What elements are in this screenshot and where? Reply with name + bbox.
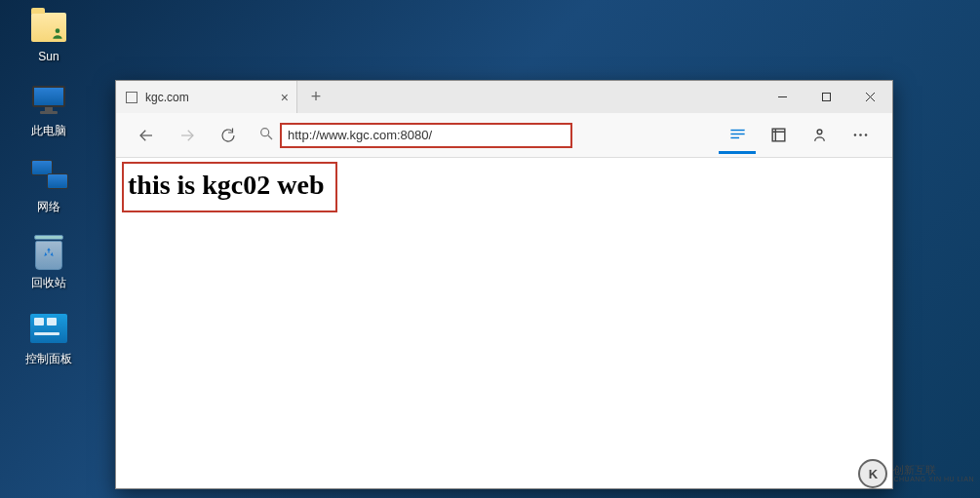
svg-point-0: [56, 28, 60, 33]
browser-window: kgc.com × +: [115, 80, 893, 489]
page-content: this is kgc02 web: [116, 158, 892, 488]
more-button[interactable]: [842, 117, 879, 154]
nav-bar: [116, 113, 892, 158]
address-bar-zone: [258, 123, 705, 148]
svg-line-8: [268, 135, 272, 139]
desktop-item-label: Sun: [38, 50, 59, 63]
svg-rect-2: [823, 94, 831, 101]
svg-point-15: [859, 134, 862, 136]
svg-point-13: [817, 130, 822, 134]
content-highlight: this is kgc02 web: [122, 162, 337, 212]
back-button[interactable]: [130, 119, 163, 152]
tab-title: kgc.com: [145, 91, 273, 104]
toolbar-right: [719, 117, 879, 154]
maximize-button[interactable]: [804, 81, 848, 113]
desktop-network[interactable]: 网络: [15, 157, 83, 215]
desktop-item-label: 网络: [37, 199, 60, 215]
desktop-this-pc[interactable]: 此电脑: [15, 81, 83, 139]
close-tab-icon[interactable]: ×: [281, 91, 289, 104]
svg-point-14: [853, 134, 856, 136]
recycle-bin-icon: [29, 233, 68, 272]
window-controls: [761, 81, 892, 113]
svg-point-16: [864, 134, 867, 136]
address-bar-highlight: [280, 123, 572, 148]
watermark: K 创新互联 CHUANG XIN HU LIAN: [858, 459, 974, 488]
address-bar-input[interactable]: [288, 128, 565, 142]
desktop-folder-sun[interactable]: Sun: [15, 8, 83, 63]
watermark-text: 创新互联 CHUANG XIN HU LIAN: [893, 464, 974, 484]
search-icon: [258, 126, 274, 145]
tab-bar: kgc.com × +: [116, 81, 892, 113]
close-button[interactable]: [848, 81, 892, 113]
desktop-recycle-bin[interactable]: 回收站: [15, 233, 83, 291]
watermark-logo-icon: K: [858, 459, 887, 488]
minimize-button[interactable]: [761, 81, 804, 113]
svg-point-7: [261, 128, 269, 135]
new-tab-button[interactable]: +: [297, 81, 334, 113]
control-panel-icon: [29, 309, 68, 348]
desktop-icons: Sun 此电脑 网络 回收站 控制面板: [0, 0, 98, 367]
folder-user-icon: [29, 8, 68, 47]
page-heading: this is kgc02 web: [128, 170, 324, 200]
desktop-item-label: 回收站: [31, 275, 66, 291]
network-icon: [29, 157, 68, 196]
note-button[interactable]: [760, 117, 797, 154]
desktop-item-label: 控制面板: [25, 351, 72, 367]
refresh-button[interactable]: [212, 119, 245, 152]
desktop-item-label: 此电脑: [31, 123, 66, 139]
desktop-control-panel[interactable]: 控制面板: [15, 309, 83, 367]
share-button[interactable]: [801, 117, 838, 154]
page-icon: [126, 92, 137, 103]
svg-rect-12: [772, 129, 785, 141]
reading-view-button[interactable]: [719, 117, 756, 154]
forward-button[interactable]: [171, 119, 204, 152]
computer-icon: [29, 81, 68, 120]
browser-tab[interactable]: kgc.com ×: [116, 81, 297, 113]
